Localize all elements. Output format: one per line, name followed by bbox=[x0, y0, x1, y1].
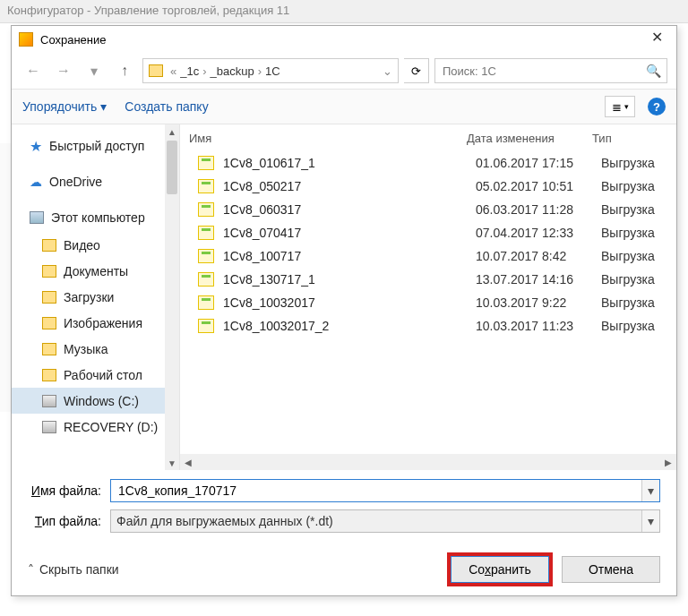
tree-downloads[interactable]: Загрузки bbox=[12, 284, 179, 310]
tree-scrollbar[interactable]: ▲ ▼ bbox=[165, 124, 179, 470]
file-type: Выгрузка bbox=[601, 295, 676, 310]
nav-back-icon[interactable]: ← bbox=[21, 58, 46, 83]
save-dialog: Сохранение ✕ ← → ▾ ↑ « _1c › _backup › 1… bbox=[11, 25, 677, 596]
scroll-down-icon[interactable]: ▼ bbox=[165, 456, 179, 470]
scroll-left-icon[interactable]: ◀ bbox=[180, 458, 196, 467]
table-row[interactable]: 1Cv8_010617_101.06.2017 17:15Выгрузка bbox=[198, 151, 676, 175]
table-row[interactable]: 1Cv8_1003201710.03.2017 9:22Выгрузка bbox=[198, 291, 676, 314]
help-icon[interactable]: ? bbox=[648, 98, 666, 116]
file-type: Выгрузка bbox=[601, 272, 676, 287]
chevron-right-icon[interactable]: « bbox=[170, 64, 176, 78]
tree-disk-c[interactable]: Windows (C:) bbox=[12, 388, 179, 414]
search-field[interactable] bbox=[441, 64, 646, 79]
chevron-right-icon[interactable]: › bbox=[202, 64, 206, 78]
refresh-icon[interactable]: ⟳ bbox=[404, 58, 429, 83]
save-button[interactable]: Сохранить bbox=[451, 556, 549, 583]
tree-documents[interactable]: Документы bbox=[12, 258, 179, 284]
cancel-button[interactable]: Отмена bbox=[562, 556, 660, 583]
tree-onedrive[interactable]: ☁OneDrive bbox=[12, 167, 179, 196]
folder-icon bbox=[42, 239, 56, 252]
filetype-label: Тип файла: bbox=[28, 514, 110, 528]
table-row[interactable]: 1Cv8_130717_113.07.2017 14:16Выгрузка bbox=[198, 268, 676, 291]
nav-forward-icon[interactable]: → bbox=[51, 58, 76, 83]
file-date: 13.07.2017 14:16 bbox=[476, 272, 601, 287]
filetype-select[interactable]: Файл для выгружаемых данных (*.dt) ▾ bbox=[110, 509, 660, 533]
nav-bar: ← → ▾ ↑ « _1c › _backup › 1C ⌄ ⟳ 🔍 bbox=[12, 53, 676, 89]
file-date: 10.07.2017 8:42 bbox=[476, 249, 601, 263]
close-icon[interactable]: ✕ bbox=[644, 30, 669, 49]
tree-disk-d[interactable]: RECOVERY (D:) bbox=[12, 414, 179, 440]
file-type: Выгрузка bbox=[601, 319, 676, 333]
hide-folders-button[interactable]: ˄Скрыть папки bbox=[28, 562, 119, 577]
chevron-down-icon[interactable]: ▾ bbox=[641, 510, 659, 532]
nav-recent-icon[interactable]: ▾ bbox=[82, 58, 107, 83]
file-name: 1Cv8_100717 bbox=[223, 249, 476, 263]
file-date: 07.04.2017 12:33 bbox=[476, 226, 601, 240]
nav-tree: ★Быстрый доступ ☁OneDrive Этот компьютер… bbox=[12, 124, 180, 470]
folder-icon bbox=[42, 291, 56, 304]
organize-button[interactable]: Упорядочить ▾ bbox=[22, 99, 107, 114]
file-icon bbox=[198, 272, 214, 287]
file-type: Выгрузка bbox=[601, 202, 676, 217]
chevron-down-icon[interactable]: ⌄ bbox=[383, 64, 392, 78]
chevron-up-icon: ˄ bbox=[28, 562, 34, 577]
file-icon bbox=[198, 249, 214, 263]
table-row[interactable]: 1Cv8_07041707.04.2017 12:33Выгрузка bbox=[198, 221, 676, 244]
file-name: 1Cv8_070417 bbox=[223, 226, 476, 240]
disk-icon bbox=[42, 395, 56, 407]
file-name: 1Cv8_010617_1 bbox=[223, 156, 476, 170]
crumb-2[interactable]: 1C bbox=[265, 64, 280, 78]
table-row[interactable]: 1Cv8_06031706.03.2017 11:28Выгрузка bbox=[198, 198, 676, 221]
tree-pictures[interactable]: Изображения bbox=[12, 310, 179, 336]
file-date: 10.03.2017 9:22 bbox=[476, 295, 601, 310]
file-icon bbox=[198, 319, 214, 333]
disk-icon bbox=[42, 421, 56, 433]
new-folder-button[interactable]: Создать папку bbox=[125, 99, 208, 114]
chevron-down-icon: ▾ bbox=[100, 99, 107, 114]
cloud-icon: ☁ bbox=[30, 175, 42, 189]
file-list-panel: Имя Дата изменения Тип 1Cv8_010617_101.0… bbox=[180, 124, 676, 470]
table-row[interactable]: 1Cv8_10032017_210.03.2017 11:23Выгрузка bbox=[198, 314, 676, 338]
search-icon[interactable]: 🔍 bbox=[646, 64, 661, 78]
view-mode-button[interactable]: ≣▾ bbox=[605, 96, 635, 117]
filename-label: Имя файла: bbox=[28, 483, 110, 498]
folder-icon bbox=[149, 64, 163, 77]
file-name: 1Cv8_10032017_2 bbox=[223, 319, 476, 333]
tree-music[interactable]: Музыка bbox=[12, 336, 179, 362]
file-type: Выгрузка bbox=[601, 249, 676, 263]
search-input[interactable]: 🔍 bbox=[434, 58, 667, 83]
breadcrumb[interactable]: « _1c › _backup › 1C ⌄ bbox=[142, 58, 399, 83]
col-name[interactable]: Имя bbox=[189, 132, 467, 145]
h-scrollbar[interactable]: ◀ ▶ bbox=[180, 454, 676, 470]
file-icon bbox=[198, 179, 214, 193]
tree-this-pc[interactable]: Этот компьютер bbox=[12, 203, 179, 232]
dialog-titlebar: Сохранение ✕ bbox=[12, 26, 676, 53]
scroll-thumb[interactable] bbox=[167, 141, 177, 194]
col-type[interactable]: Тип bbox=[592, 132, 676, 145]
filetype-value: Файл для выгружаемых данных (*.dt) bbox=[116, 514, 333, 528]
chevron-down-icon[interactable]: ▾ bbox=[641, 480, 659, 501]
parent-window-title: Конфигуратор - Управление торговлей, ред… bbox=[0, 0, 688, 23]
file-icon bbox=[198, 226, 214, 240]
table-row[interactable]: 1Cv8_05021705.02.2017 10:51Выгрузка bbox=[198, 175, 676, 198]
file-type: Выгрузка bbox=[601, 226, 676, 240]
folder-icon bbox=[42, 265, 56, 278]
file-list: 1Cv8_010617_101.06.2017 17:15Выгрузка1Cv… bbox=[180, 151, 676, 338]
crumb-0[interactable]: _1c bbox=[180, 64, 199, 78]
file-date: 10.03.2017 11:23 bbox=[476, 319, 601, 333]
tree-quick-access[interactable]: ★Быстрый доступ bbox=[12, 132, 179, 160]
col-date[interactable]: Дата изменения bbox=[467, 132, 592, 145]
crumb-1[interactable]: _backup bbox=[211, 64, 254, 78]
file-name: 1Cv8_060317 bbox=[223, 202, 476, 217]
nav-up-icon[interactable]: ↑ bbox=[112, 58, 137, 83]
chevron-right-icon[interactable]: › bbox=[258, 64, 262, 78]
tree-desktop[interactable]: Рабочий стол bbox=[12, 362, 179, 388]
filename-input[interactable]: ▾ bbox=[110, 479, 660, 502]
filename-field[interactable] bbox=[116, 483, 653, 499]
folder-icon bbox=[42, 343, 56, 355]
scroll-up-icon[interactable]: ▲ bbox=[165, 124, 179, 139]
scroll-right-icon[interactable]: ▶ bbox=[660, 458, 676, 467]
pc-icon bbox=[30, 211, 44, 224]
tree-videos[interactable]: Видео bbox=[12, 232, 179, 258]
table-row[interactable]: 1Cv8_10071710.07.2017 8:42Выгрузка bbox=[198, 244, 676, 268]
